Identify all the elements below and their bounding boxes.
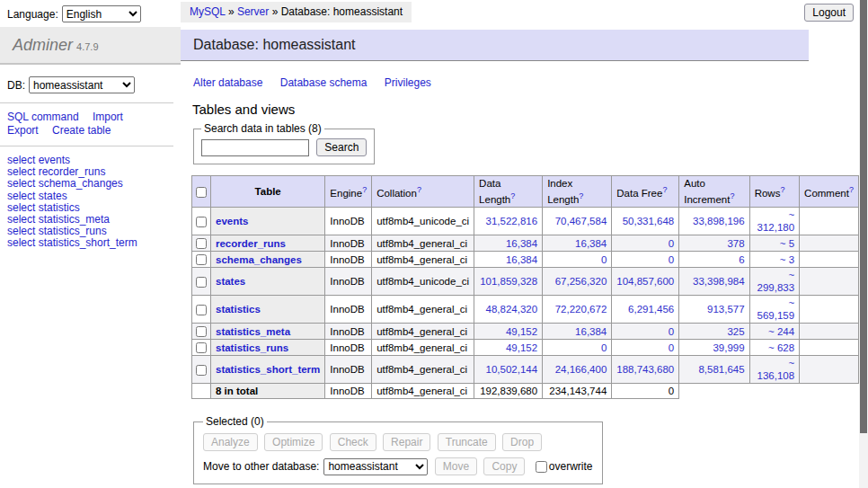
cell-rows: ~ 5 (749, 235, 799, 252)
help-link[interactable]: ? (730, 191, 734, 200)
cell-index-length: 24,166,400 (543, 356, 612, 384)
cell-auto-increment: 378 (679, 235, 749, 252)
cell-data-free: 188,743,680 (612, 356, 679, 384)
sidebar-create-table-link[interactable]: Create table (52, 124, 111, 137)
move-db-select[interactable]: homeassistant (323, 458, 428, 475)
row-checkbox[interactable] (196, 254, 207, 265)
help-link[interactable]: ? (662, 185, 667, 194)
vertical-scrollbar[interactable] (859, 0, 868, 488)
col-header-engine: Engine? (325, 176, 372, 208)
ghost-cell (800, 384, 859, 399)
cell-comment (800, 252, 859, 268)
move-to-database-label: Move to other database: (203, 460, 319, 473)
alter-database-link[interactable]: Alter database (193, 76, 262, 89)
table-name-link[interactable]: schema_changes (216, 254, 302, 265)
row-checkbox[interactable] (196, 326, 207, 337)
breadcrumb: MySQL » Server » Database: homeassistant (181, 2, 412, 22)
cell-rows: ~ 312,180 (749, 208, 799, 235)
cell-engine: InnoDB (325, 356, 372, 384)
overwrite-label-wrap: overwrite (536, 460, 593, 473)
cell-rows: ~ 136,108 (749, 356, 799, 384)
total-index-length: 234,143,744 (543, 384, 612, 399)
cell-rows: ~ 628 (749, 340, 799, 356)
repair-button: Repair (383, 433, 430, 451)
cell-auto-increment: 33,898,196 (679, 208, 749, 235)
row-checkbox[interactable] (196, 342, 207, 353)
breadcrumb-server-link[interactable]: Server (237, 5, 269, 18)
cell-collation: utf8mb4_general_ci (372, 235, 474, 252)
table-name-cell: statistics_short_term (211, 356, 325, 384)
db-select[interactable]: homeassistant (29, 76, 135, 93)
scrollbar-thumb[interactable] (860, 0, 867, 433)
cell-index-length: 67,256,320 (543, 268, 612, 296)
row-checkbox[interactable] (196, 238, 207, 249)
sidebar-select-statistics-runs-link[interactable]: select statistics_runs (7, 225, 107, 237)
breadcrumb-separator: » (272, 5, 279, 18)
table-row: recorder_runsInnoDButf8mb4_general_ci16,… (192, 235, 859, 252)
row-checkbox[interactable] (196, 217, 207, 227)
breadcrumb-current: Database: homeassistant (281, 5, 403, 18)
table-name-cell: statistics_runs (211, 340, 325, 356)
row-checkbox-cell (192, 235, 211, 252)
table-name-link[interactable]: events (216, 216, 248, 226)
move-button: Move (435, 457, 477, 475)
sidebar-sql-command-link[interactable]: SQL command (7, 111, 79, 123)
table-name-link[interactable]: recorder_runs (216, 238, 286, 249)
overwrite-checkbox[interactable] (536, 461, 547, 473)
analyze-button: Analyze (203, 433, 258, 451)
sidebar-select-statistics-link[interactable]: select statistics (7, 201, 80, 214)
cell-data-length: 10,502,144 (474, 356, 543, 384)
cell-comment (800, 208, 859, 235)
sidebar-export-link[interactable]: Export (7, 124, 39, 137)
help-link[interactable]: ? (510, 191, 515, 200)
table-row: statesInnoDButf8mb4_unicode_ci101,859,32… (192, 268, 859, 296)
sidebar-import-link[interactable]: Import (93, 111, 123, 123)
table-name-link[interactable]: states (216, 276, 245, 287)
sidebar-select-statistics-meta-link[interactable]: select statistics_meta (7, 213, 110, 226)
total-label-cell: 8 in total (211, 384, 325, 399)
row-checkbox[interactable] (196, 305, 207, 315)
total-data-free: 0 (612, 384, 679, 399)
database-schema-link[interactable]: Database schema (280, 76, 368, 89)
table-name-link[interactable]: statistics_meta (216, 326, 290, 337)
table-name-link[interactable]: statistics_runs (216, 342, 288, 353)
help-link[interactable]: ? (417, 185, 421, 194)
total-row: 8 in totalInnoDButf8mb4_general_ci192,83… (192, 384, 859, 399)
help-link[interactable]: ? (579, 191, 583, 200)
sidebar-select-states-link[interactable]: select states (7, 190, 67, 202)
search-button[interactable]: Search (316, 138, 367, 156)
row-checkbox-cell (192, 268, 211, 296)
help-link[interactable]: ? (362, 185, 367, 194)
row-checkbox-cell (192, 340, 211, 356)
table-body: eventsInnoDButf8mb4_unicode_ci31,522,816… (192, 208, 859, 399)
sidebar-select-statistics-short-term-link[interactable]: select statistics_short_term (7, 236, 137, 249)
table-name-link[interactable]: statistics (216, 304, 261, 315)
cell-rows: ~ 299,833 (749, 268, 799, 296)
cell-comment (800, 340, 859, 356)
privileges-link[interactable]: Privileges (385, 76, 431, 89)
table-name-cell: events (211, 208, 325, 235)
select-all-checkbox[interactable] (196, 187, 207, 198)
overwrite-label: overwrite (549, 460, 593, 473)
help-link[interactable]: ? (780, 185, 784, 194)
cell-data-length: 31,522,816 (474, 208, 543, 235)
sidebar-select-recorder-runs-link[interactable]: select recorder_runs (7, 165, 105, 178)
search-input[interactable] (201, 139, 309, 156)
help-link[interactable]: ? (849, 185, 854, 194)
cell-data-length: 49,152 (474, 340, 543, 356)
sidebar-select-events-link[interactable]: select events (7, 154, 70, 166)
drop-button: Drop (502, 433, 542, 451)
total-data-length: 192,839,680 (474, 384, 543, 399)
cell-engine: InnoDB (325, 296, 372, 324)
cell-rows: ~ 569,159 (749, 296, 799, 324)
table-name-link[interactable]: statistics_short_term (216, 364, 320, 375)
cell-data-length: 16,384 (474, 252, 543, 268)
table-name-cell: recorder_runs (211, 235, 325, 252)
breadcrumb-mysql-link[interactable]: MySQL (190, 5, 226, 18)
row-checkbox[interactable] (196, 277, 207, 288)
row-checkbox[interactable] (196, 365, 207, 376)
sidebar-select-schema-changes-link[interactable]: select schema_changes (7, 177, 123, 190)
copy-button: Copy (483, 457, 525, 475)
cell-index-length: 16,384 (543, 235, 612, 252)
table-name-cell: schema_changes (211, 252, 325, 268)
